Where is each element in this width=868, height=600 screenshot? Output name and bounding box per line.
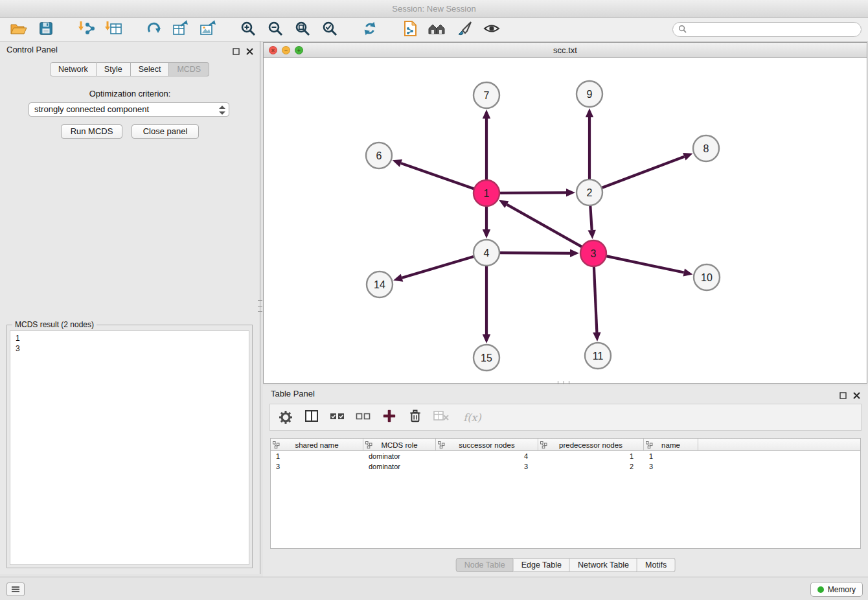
graph-edge-2-3[interactable] xyxy=(590,205,591,230)
graph-edge-3-11[interactable] xyxy=(594,266,597,332)
export-table-icon xyxy=(172,19,190,40)
trash-icon xyxy=(408,408,422,426)
export-table-button[interactable] xyxy=(170,20,191,40)
graph-edge-4-3[interactable] xyxy=(499,253,570,253)
graph-node-label: 8 xyxy=(703,143,709,154)
network-canvas[interactable]: 7968124314101511 xyxy=(264,58,867,384)
import-table-button[interactable] xyxy=(103,20,124,40)
graph-node-label: 2 xyxy=(587,187,593,198)
zoom-fit-button[interactable] xyxy=(292,20,313,40)
delete-table-button[interactable] xyxy=(433,410,449,425)
export-network-button[interactable] xyxy=(143,20,164,40)
column-header-successor-nodes[interactable]: successor nodes xyxy=(436,439,538,451)
open-session-button[interactable] xyxy=(8,20,29,40)
table-cell[interactable]: 1 xyxy=(538,451,644,461)
zoom-in-button[interactable] xyxy=(238,20,258,40)
tab-motifs[interactable]: Motifs xyxy=(637,558,675,572)
tab-edge-table[interactable]: Edge Table xyxy=(514,558,570,572)
graph-edge-2-8[interactable] xyxy=(602,157,685,188)
tab-style[interactable]: Style xyxy=(97,62,131,76)
table-row[interactable]: 1dominator411 xyxy=(271,451,860,461)
deselect-all-button[interactable] xyxy=(356,410,371,425)
memory-button-label: Memory xyxy=(828,585,856,594)
minimize-window-icon[interactable]: − xyxy=(282,46,290,54)
refresh-icon xyxy=(361,20,378,40)
zoom-selected-button[interactable] xyxy=(319,20,340,40)
graph-edge-3-10[interactable] xyxy=(606,256,684,272)
graph-edge-arrowhead xyxy=(683,268,692,276)
save-session-button[interactable] xyxy=(36,20,56,40)
zoom-out-button[interactable] xyxy=(265,20,286,40)
horizontal-splitter-handle[interactable] xyxy=(558,381,569,384)
column-header-shared-name[interactable]: shared name xyxy=(271,439,363,451)
mcds-result-item[interactable]: 1 xyxy=(16,333,244,343)
graph-edge-1-2[interactable] xyxy=(499,192,566,193)
graph-edge-arrowhead xyxy=(586,108,593,117)
table-cell[interactable]: dominator xyxy=(363,461,436,472)
close-panel-icon[interactable] xyxy=(246,46,253,58)
graph-edge-arrowhead xyxy=(566,189,575,196)
export-image-button[interactable] xyxy=(198,20,218,40)
status-menu-button[interactable] xyxy=(6,583,25,596)
run-mcds-button[interactable]: Run MCDS xyxy=(61,124,122,139)
column-header-predecessor-nodes[interactable]: predecessor nodes xyxy=(538,439,644,451)
search-box[interactable] xyxy=(672,22,862,37)
delete-column-button[interactable] xyxy=(407,410,423,425)
graph-edge-arrowhead xyxy=(483,110,490,119)
mcds-result-list[interactable]: 13 xyxy=(10,330,249,565)
style-brush-button[interactable] xyxy=(454,20,475,40)
graph-node-label: 9 xyxy=(587,89,593,100)
column-attribute-icon xyxy=(273,441,280,450)
refresh-view-button[interactable] xyxy=(360,20,380,40)
vertical-splitter-handle[interactable] xyxy=(258,300,262,312)
tab-mcds[interactable]: MCDS xyxy=(169,62,209,76)
close-window-icon[interactable]: × xyxy=(269,46,277,54)
tab-node-table[interactable]: Node Table xyxy=(456,558,514,572)
close-panel-button[interactable]: Close panel xyxy=(131,124,199,139)
fx-icon: f(x) xyxy=(463,411,481,424)
search-icon xyxy=(678,24,687,36)
memory-button[interactable]: Memory xyxy=(810,582,863,597)
maximize-window-icon[interactable]: + xyxy=(295,46,303,54)
select-all-button[interactable] xyxy=(330,410,345,425)
column-header-label: name xyxy=(661,441,680,449)
tab-network-table[interactable]: Network Table xyxy=(570,558,637,572)
function-builder-button[interactable]: f(x) xyxy=(459,410,485,425)
apply-layout-button[interactable] xyxy=(400,20,420,40)
mcds-result-item[interactable]: 3 xyxy=(16,343,244,354)
float-table-panel-icon[interactable] xyxy=(839,390,847,402)
table-cell[interactable]: 3 xyxy=(436,461,538,472)
column-header-name[interactable]: name xyxy=(644,439,698,451)
table-cell[interactable]: 4 xyxy=(436,451,538,461)
search-input[interactable] xyxy=(690,25,861,34)
table-cell[interactable]: 3 xyxy=(271,461,363,472)
status-bar: Memory xyxy=(0,577,868,600)
graph-edge-4-14[interactable] xyxy=(402,257,474,278)
float-panel-icon[interactable] xyxy=(233,46,240,58)
table-cell[interactable]: 3 xyxy=(644,461,698,472)
zoom-out-icon xyxy=(267,20,284,40)
tab-network[interactable]: Network xyxy=(50,62,97,76)
close-table-panel-icon[interactable] xyxy=(853,390,860,402)
brush-icon xyxy=(456,20,473,40)
tab-select[interactable]: Select xyxy=(131,62,170,76)
table-cell[interactable]: dominator xyxy=(363,451,436,461)
table-row[interactable]: 3dominator323 xyxy=(271,461,860,472)
table-settings-button[interactable] xyxy=(278,410,293,425)
table-cell[interactable]: 2 xyxy=(538,461,644,472)
add-column-button[interactable] xyxy=(382,410,397,425)
network-window-titlebar[interactable]: × − + scc.txt xyxy=(264,43,867,58)
graph-edge-1-6[interactable] xyxy=(401,163,474,189)
table-cell[interactable]: 1 xyxy=(271,451,363,461)
column-header-mcds-role[interactable]: MCDS role xyxy=(363,439,436,451)
zoom-fit-icon xyxy=(294,20,311,40)
show-hide-button[interactable] xyxy=(481,20,502,40)
show-columns-button[interactable] xyxy=(304,410,319,425)
graph-edge-arrowhead xyxy=(393,274,403,282)
import-network-button[interactable] xyxy=(76,20,97,40)
table-cell[interactable]: 1 xyxy=(644,451,698,461)
optimization-criterion-dropdown[interactable]: strongly connected component xyxy=(29,102,229,117)
window-titlebar[interactable]: Session: New Session xyxy=(0,0,868,17)
network-home-button[interactable] xyxy=(427,20,448,40)
graph-edge-3-1[interactable] xyxy=(507,205,582,248)
